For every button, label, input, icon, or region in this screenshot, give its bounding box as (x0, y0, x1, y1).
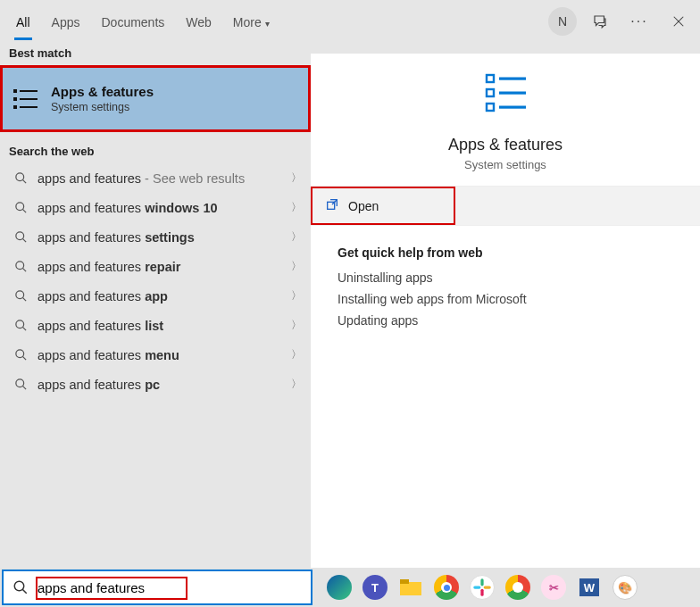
svg-rect-5 (20, 98, 38, 100)
feedback-icon[interactable] (584, 5, 616, 37)
chevron-right-icon: 〉 (291, 318, 302, 333)
web-result-label: apps and features app (38, 289, 291, 304)
bottom-bar: T ✂ W 🎨 (0, 568, 700, 607)
best-match-subtitle: System settings (51, 101, 154, 113)
svg-rect-36 (484, 586, 491, 588)
svg-rect-38 (480, 589, 483, 596)
web-result[interactable]: apps and features - See web results 〉 (0, 163, 311, 193)
svg-rect-25 (499, 78, 526, 80)
search-input[interactable] (38, 571, 311, 603)
list-settings-icon-large (481, 71, 529, 116)
quick-help-header: Get quick help from web (338, 245, 673, 260)
search-icon (12, 171, 29, 185)
web-result[interactable]: apps and features menu 〉 (0, 340, 311, 370)
svg-rect-29 (499, 106, 526, 109)
web-result[interactable]: apps and features repair 〉 (0, 252, 311, 281)
svg-rect-34 (400, 579, 409, 584)
web-result-label: apps and features menu (38, 348, 291, 362)
search-icon (12, 348, 29, 362)
tab-web[interactable]: Web (177, 3, 221, 40)
web-result-label: apps and features settings (38, 230, 291, 245)
svg-line-9 (22, 179, 26, 183)
best-match-title: Apps & features (51, 84, 154, 99)
chevron-right-icon: 〉 (291, 347, 302, 362)
svg-rect-28 (487, 104, 494, 111)
svg-rect-26 (487, 89, 494, 96)
svg-line-19 (22, 327, 26, 330)
web-result[interactable]: apps and features windows 10 〉 (0, 193, 311, 222)
search-icon (12, 230, 29, 244)
svg-point-10 (15, 203, 23, 211)
user-avatar[interactable]: N (548, 7, 577, 36)
chevron-right-icon: 〉 (291, 229, 302, 245)
svg-rect-3 (20, 90, 38, 92)
web-result[interactable]: apps and features list 〉 (0, 311, 311, 340)
chevron-right-icon: 〉 (291, 259, 302, 274)
svg-rect-37 (480, 578, 483, 586)
search-icon (12, 260, 29, 273)
svg-rect-24 (487, 75, 494, 82)
web-result-label: apps and features windows 10 (38, 201, 291, 215)
svg-line-15 (22, 268, 26, 271)
taskbar-explorer-icon[interactable] (395, 571, 427, 603)
svg-rect-6 (13, 105, 17, 109)
search-icon (12, 319, 29, 332)
svg-rect-27 (499, 92, 526, 95)
svg-point-31 (14, 581, 24, 591)
svg-line-11 (22, 209, 26, 212)
taskbar-share-icon[interactable]: ✂ (538, 571, 570, 603)
help-link[interactable]: Installing web apps from Microsoft (338, 292, 673, 306)
help-link[interactable]: Uninstalling apps (338, 270, 673, 285)
top-bar: All Apps Documents Web More▾ N ··· (0, 0, 700, 43)
svg-rect-33 (400, 582, 421, 595)
search-icon (12, 201, 29, 214)
chevron-right-icon: 〉 (291, 200, 302, 215)
tab-documents[interactable]: Documents (92, 3, 173, 40)
open-icon (325, 197, 339, 214)
best-match-result[interactable]: Apps & features System settings (0, 65, 311, 132)
svg-point-12 (15, 232, 23, 240)
taskbar-paint-icon[interactable]: 🎨 (609, 571, 641, 603)
taskbar-teams-icon[interactable]: T (359, 571, 391, 603)
preview-title: Apps & features (448, 136, 562, 154)
taskbar-chrome2-icon[interactable] (502, 571, 534, 603)
chevron-right-icon: 〉 (291, 288, 302, 304)
svg-text:W: W (584, 581, 596, 595)
list-settings-icon (13, 87, 40, 111)
chevron-down-icon: ▾ (265, 19, 270, 29)
svg-point-8 (15, 173, 23, 181)
tab-more[interactable]: More▾ (224, 3, 279, 40)
svg-line-23 (22, 386, 26, 389)
search-icon (12, 289, 29, 303)
open-button[interactable]: Open (311, 187, 455, 225)
svg-point-22 (15, 379, 23, 387)
taskbar-chrome-icon[interactable] (430, 571, 462, 603)
taskbar-edge-icon[interactable] (323, 571, 355, 603)
search-icon (12, 378, 29, 391)
section-search-web: Search the web (0, 141, 311, 163)
svg-rect-4 (13, 97, 17, 101)
svg-line-13 (22, 238, 26, 242)
more-options-icon[interactable]: ··· (623, 5, 655, 37)
svg-point-20 (15, 350, 23, 358)
web-result-label: apps and features repair (38, 260, 291, 274)
tab-apps[interactable]: Apps (43, 3, 89, 40)
results-column: Best match Apps & features System settin… (0, 43, 311, 568)
help-link[interactable]: Updating apps (338, 313, 673, 328)
search-box[interactable] (2, 570, 312, 605)
taskbar: T ✂ W 🎨 (312, 568, 641, 607)
chevron-right-icon: 〉 (291, 170, 302, 186)
web-result-label: apps and features pc (38, 378, 291, 392)
web-result[interactable]: apps and features app 〉 (0, 281, 311, 311)
taskbar-word-icon[interactable]: W (573, 571, 605, 603)
svg-line-21 (22, 356, 26, 360)
web-result[interactable]: apps and features settings 〉 (0, 222, 311, 252)
svg-rect-7 (20, 106, 38, 108)
web-result-label: apps and features list (38, 319, 291, 333)
close-icon[interactable] (662, 5, 695, 37)
taskbar-slack-icon[interactable] (466, 571, 498, 603)
svg-rect-2 (13, 89, 17, 93)
tab-all[interactable]: All (7, 3, 39, 40)
chevron-right-icon: 〉 (291, 377, 302, 392)
web-result[interactable]: apps and features pc 〉 (0, 370, 311, 399)
